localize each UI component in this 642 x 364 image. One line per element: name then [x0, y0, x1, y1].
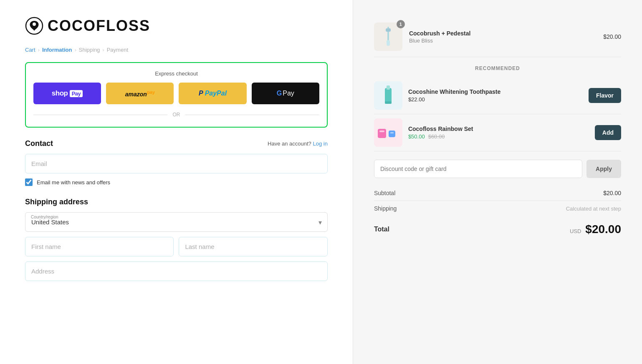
subtotal-row: Subtotal $20.00: [374, 186, 621, 201]
shipping-address-title: Shipping address: [25, 198, 328, 206]
add-button[interactable]: Add: [595, 125, 621, 140]
total-amount-wrap: USD $20.00: [570, 223, 621, 236]
toothbrush-icon: [380, 25, 397, 48]
product-price: $20.00: [603, 33, 621, 40]
breadcrumb-shipping: Shipping: [79, 47, 100, 53]
apply-button[interactable]: Apply: [586, 160, 621, 178]
rec-name-rainbow: Cocofloss Rainbow Set: [408, 126, 589, 132]
left-panel: COCOFLOSS Cart › Information › Shipping …: [0, 0, 353, 364]
total-amount: $20.00: [585, 223, 621, 236]
discount-row: Apply: [374, 160, 621, 178]
amazon-pay-button[interactable]: amazonpay: [106, 83, 174, 104]
subtotal-label: Subtotal: [374, 190, 395, 196]
recommended-label: RECOMMENDED: [374, 65, 621, 71]
discount-input[interactable]: [374, 160, 582, 178]
rec-info-rainbow: Cocofloss Rainbow Set $50.00 $60.00: [408, 126, 589, 140]
shipping-value: Calculated at next step: [566, 206, 621, 212]
breadcrumb: Cart › Information › Shipping › Payment: [25, 47, 328, 53]
subtotal-value: $20.00: [603, 190, 621, 196]
total-currency: USD: [570, 228, 581, 234]
product-quantity-badge: 1: [397, 20, 405, 28]
shipping-row: Shipping Calculated at next step: [374, 201, 621, 216]
rec-item-toothpaste: Cocoshine Whitening Toothpaste $22.00 Fl…: [374, 77, 621, 114]
country-label: Country/region: [31, 215, 58, 219]
grand-total-row: Total USD $20.00: [374, 216, 621, 238]
first-name-field[interactable]: [25, 237, 174, 256]
product-variant: Blue Bliss: [409, 38, 597, 44]
or-divider: OR: [33, 112, 319, 118]
email-checkbox-row: Email me with news and offers: [25, 178, 328, 186]
rec-name-toothpaste: Cocoshine Whitening Toothpaste: [408, 88, 583, 95]
last-name-field[interactable]: [179, 237, 327, 256]
name-row: [25, 237, 328, 256]
gpay-button[interactable]: G Pay: [252, 83, 319, 104]
amazon-pay-label: amazonpay: [125, 90, 155, 98]
breadcrumb-sep1: ›: [38, 47, 40, 53]
right-panel: 1 Cocobrush + Pedestal Blue Bliss $20.00…: [353, 0, 642, 364]
gpay-label: G Pay: [277, 90, 294, 97]
toothpaste-icon: [382, 85, 394, 106]
email-offers-checkbox[interactable]: [25, 178, 33, 186]
svg-point-1: [33, 23, 36, 26]
breadcrumb-cart[interactable]: Cart: [25, 47, 35, 53]
totals: Subtotal $20.00 Shipping Calculated at n…: [374, 186, 621, 216]
svg-rect-7: [385, 101, 392, 104]
rec-price-sale: $50.00: [408, 133, 425, 140]
svg-rect-4: [386, 28, 391, 32]
login-link[interactable]: Log in: [313, 141, 327, 147]
contact-header: Contact Have an account? Log in: [25, 139, 328, 148]
svg-rect-3: [387, 40, 390, 46]
logo-icon: [25, 17, 43, 35]
contact-title: Contact: [25, 139, 53, 148]
svg-rect-11: [390, 132, 394, 133]
shop-pay-button[interactable]: shop Pay: [33, 83, 101, 104]
total-label: Total: [374, 226, 389, 233]
express-checkout-box: Express checkout shop Pay amazonpay P Pa…: [25, 62, 328, 128]
email-offers-label: Email me with news and offers: [37, 179, 110, 186]
flavor-button[interactable]: Flavor: [589, 88, 621, 103]
product-name: Cocobrush + Pedestal: [409, 30, 597, 37]
paypal-label: P PayPal: [199, 90, 227, 97]
cart-product-item: 1 Cocobrush + Pedestal Blue Bliss $20.00: [374, 17, 621, 57]
have-account-text: Have an account? Log in: [268, 141, 328, 147]
rec-item-rainbow: Cocofloss Rainbow Set $50.00 $60.00 Add: [374, 114, 621, 151]
shipping-label: Shipping: [374, 205, 397, 212]
express-checkout-label: Express checkout: [33, 70, 319, 77]
product-info: Cocobrush + Pedestal Blue Bliss: [409, 30, 597, 44]
shop-pay-label: shop Pay: [52, 89, 83, 98]
breadcrumb-sep2: ›: [74, 47, 76, 53]
address-field[interactable]: [25, 261, 328, 281]
svg-rect-10: [389, 131, 395, 137]
rainbow-image: [374, 118, 402, 147]
contact-section: Contact Have an account? Log in Email me…: [25, 139, 328, 186]
logo-text: COCOFLOSS: [48, 17, 150, 35]
svg-rect-5: [385, 88, 392, 103]
svg-rect-8: [378, 129, 386, 138]
paypal-button[interactable]: P PayPal: [179, 83, 246, 104]
rec-price-toothpaste: $22.00: [408, 96, 583, 103]
toothpaste-image: [374, 81, 402, 110]
svg-rect-9: [379, 131, 384, 132]
country-select[interactable]: United States: [25, 212, 328, 232]
country-select-wrapper: Country/region United States ▾: [25, 212, 328, 232]
logo-area: COCOFLOSS: [25, 17, 328, 35]
payment-buttons: shop Pay amazonpay P PayPal G: [33, 83, 319, 104]
email-field[interactable]: [25, 154, 328, 173]
breadcrumb-payment: Payment: [107, 47, 128, 53]
product-img-wrap: 1: [374, 23, 402, 51]
breadcrumb-sep3: ›: [102, 47, 104, 53]
rainbow-set-icon: [377, 126, 399, 140]
rec-info-toothpaste: Cocoshine Whitening Toothpaste $22.00: [408, 88, 583, 103]
rec-price-original: $60.00: [428, 133, 445, 140]
svg-rect-6: [387, 85, 390, 90]
breadcrumb-information: Information: [42, 47, 72, 53]
shipping-address-section: Shipping address Country/region United S…: [25, 198, 328, 286]
